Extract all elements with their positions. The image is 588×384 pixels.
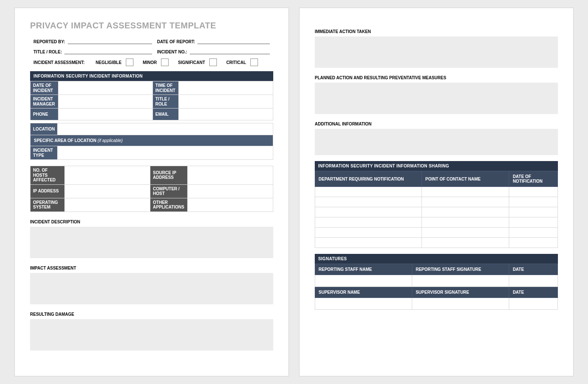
resulting-damage-field[interactable] bbox=[30, 319, 273, 351]
planned-action-label: PLANNED ACTION AND RESULTING PREVENTATIV… bbox=[315, 75, 558, 80]
ip-address-field[interactable] bbox=[64, 184, 150, 198]
specific-area-text: SPECIFIC AREA OF LOCATION bbox=[34, 138, 96, 143]
sharing-cell[interactable] bbox=[422, 207, 509, 217]
planned-action-field[interactable] bbox=[315, 83, 558, 114]
incident-description-label: INCIDENT DESCRIPTION bbox=[30, 220, 273, 224]
incident-info-table: DATE OF INCIDENT TIME OF INCIDENT INCIDE… bbox=[30, 81, 273, 120]
reported-by-field[interactable] bbox=[68, 38, 152, 44]
location-field[interactable] bbox=[58, 123, 273, 135]
sharing-cell[interactable] bbox=[509, 238, 558, 248]
source-ip-field[interactable] bbox=[187, 166, 273, 185]
sig-supervisor-signature-field[interactable] bbox=[412, 298, 509, 310]
time-of-incident-field[interactable] bbox=[178, 81, 273, 95]
sharing-cell[interactable] bbox=[509, 228, 558, 238]
hosts-affected-label: NO. OF HOSTS AFFECTED bbox=[31, 166, 65, 185]
additional-info-label: ADDITIONAL INFORMATION bbox=[315, 122, 558, 126]
sig-staff-name-field[interactable] bbox=[315, 275, 412, 287]
other-apps-field[interactable] bbox=[187, 198, 273, 211]
sharing-cell[interactable] bbox=[422, 197, 509, 207]
signatures-table: REPORTING STAFF NAME REPORTING STAFF SIG… bbox=[315, 264, 558, 310]
os-field[interactable] bbox=[64, 198, 150, 211]
incident-info-header: INFORMATION SECURITY INCIDENT INFORMATIO… bbox=[30, 71, 273, 81]
sharing-header: INFORMATION SECURITY INCIDENT INFORMATIO… bbox=[315, 161, 558, 171]
page-1: PRIVACY IMPACT ASSESSMENT TEMPLATE REPOR… bbox=[14, 8, 289, 376]
sharing-cell[interactable] bbox=[509, 187, 558, 197]
date-of-incident-label: DATE OF INCIDENT bbox=[31, 81, 58, 95]
sig-staff-date-label: DATE bbox=[509, 264, 558, 275]
title-role-field[interactable] bbox=[64, 48, 152, 54]
immediate-action-label: IMMEDIATE ACTION TAKEN bbox=[315, 29, 558, 34]
additional-info-field[interactable] bbox=[315, 129, 558, 155]
sig-staff-signature-label: REPORTING STAFF SIGNATURE bbox=[412, 264, 509, 275]
level-minor-label: MINOR bbox=[143, 60, 157, 65]
sig-supervisor-name-field[interactable] bbox=[315, 298, 412, 310]
level-critical-checkbox[interactable] bbox=[250, 58, 258, 66]
page-2: IMMEDIATE ACTION TAKEN PLANNED ACTION AN… bbox=[299, 8, 574, 376]
source-ip-label: SOURCE IP ADDRESS bbox=[150, 166, 188, 185]
email-label: EMAIL bbox=[153, 109, 178, 120]
incident-manager-label: INCIDENT MANAGER bbox=[31, 95, 58, 109]
computer-host-field[interactable] bbox=[187, 184, 273, 198]
hosts-affected-field[interactable] bbox=[64, 166, 150, 185]
sig-supervisor-signature-label: SUPERVISOR SIGNATURE bbox=[412, 287, 509, 298]
incident-type-field[interactable] bbox=[58, 146, 273, 160]
level-minor-checkbox[interactable] bbox=[161, 58, 169, 66]
level-negligible-label: NEGLIGIBLE bbox=[96, 60, 122, 65]
date-of-report-field[interactable] bbox=[197, 38, 270, 44]
sig-supervisor-date-label: DATE bbox=[509, 287, 558, 298]
host-details-table: NO. OF HOSTS AFFECTED SOURCE IP ADDRESS … bbox=[30, 166, 273, 212]
sharing-col-poc: POINT OF CONTACT NAME bbox=[422, 171, 509, 187]
date-of-incident-field[interactable] bbox=[58, 81, 153, 95]
sharing-col-date: DATE OF NOTIFICATION bbox=[509, 171, 558, 187]
manager-title-role-field[interactable] bbox=[178, 95, 273, 109]
assessment-label: INCIDENT ASSESSMENT: bbox=[33, 60, 85, 65]
sharing-cell[interactable] bbox=[315, 187, 422, 197]
sharing-cell[interactable] bbox=[315, 238, 422, 248]
sharing-col-dept: DEPARTMENT REQUIRING NOTIFICATION bbox=[315, 171, 422, 187]
impact-assessment-field[interactable] bbox=[30, 273, 273, 304]
sharing-cell[interactable] bbox=[422, 187, 509, 197]
immediate-action-field[interactable] bbox=[315, 36, 558, 68]
reported-by-label: REPORTED BY: bbox=[33, 39, 65, 44]
incident-no-field[interactable] bbox=[190, 48, 270, 54]
time-of-incident-label: TIME OF INCIDENT bbox=[153, 81, 178, 95]
manager-title-role-label: TITLE / ROLE bbox=[153, 95, 178, 109]
level-significant-checkbox[interactable] bbox=[209, 58, 217, 66]
sharing-cell[interactable] bbox=[315, 207, 422, 217]
title-role-label: TITLE / ROLE: bbox=[33, 50, 62, 54]
sharing-cell[interactable] bbox=[509, 207, 558, 217]
computer-host-label: COMPUTER / HOST bbox=[150, 184, 188, 198]
level-significant-label: SIGNIFICANT bbox=[178, 60, 205, 65]
email-field[interactable] bbox=[178, 109, 273, 120]
location-table: LOCATION SPECIFIC AREA OF LOCATION (if a… bbox=[30, 123, 273, 160]
header-fields: REPORTED BY: DATE OF REPORT: TITLE / ROL… bbox=[30, 38, 273, 71]
location-label: LOCATION bbox=[31, 123, 58, 135]
sharing-cell[interactable] bbox=[509, 217, 558, 228]
sharing-cell[interactable] bbox=[422, 228, 509, 238]
incident-type-label: INCIDENT TYPE bbox=[31, 146, 58, 160]
sharing-cell[interactable] bbox=[422, 238, 509, 248]
level-critical-label: CRITICAL bbox=[226, 60, 246, 65]
other-apps-label: OTHER APPLICATIONS bbox=[150, 198, 188, 211]
sig-staff-date-field[interactable] bbox=[509, 275, 558, 287]
sharing-table: DEPARTMENT REQUIRING NOTIFICATION POINT … bbox=[315, 171, 558, 248]
sig-staff-signature-field[interactable] bbox=[412, 275, 509, 287]
ip-address-label: IP ADDRESS bbox=[31, 184, 65, 198]
sharing-cell[interactable] bbox=[509, 197, 558, 207]
incident-no-label: INCIDENT NO.: bbox=[157, 50, 187, 54]
sharing-cell[interactable] bbox=[315, 197, 422, 207]
incident-manager-field[interactable] bbox=[58, 95, 153, 109]
incident-description-field[interactable] bbox=[30, 227, 273, 258]
specific-area-note: (if applicable) bbox=[97, 138, 122, 143]
resulting-damage-label: RESULTING DAMAGE bbox=[30, 312, 273, 317]
signatures-header: SIGNATURES bbox=[315, 254, 558, 264]
level-negligible-checkbox[interactable] bbox=[126, 58, 133, 66]
sig-supervisor-name-label: SUPERVISOR NAME bbox=[315, 287, 412, 298]
phone-field[interactable] bbox=[58, 109, 153, 120]
sharing-cell[interactable] bbox=[315, 217, 422, 228]
date-of-report-label: DATE OF REPORT: bbox=[157, 39, 195, 44]
sig-supervisor-date-field[interactable] bbox=[509, 298, 558, 310]
sharing-cell[interactable] bbox=[422, 217, 509, 228]
impact-assessment-label: IMPACT ASSESSMENT bbox=[30, 266, 273, 270]
sharing-cell[interactable] bbox=[315, 228, 422, 238]
